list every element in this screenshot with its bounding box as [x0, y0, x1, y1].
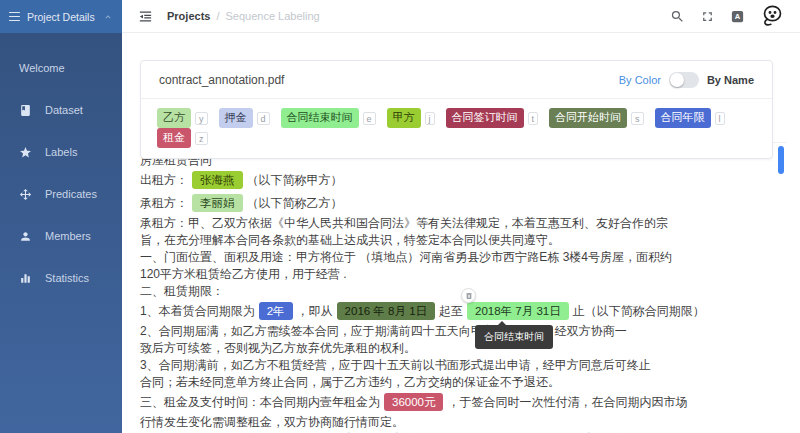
- label-chip[interactable]: 合同年限l: [655, 108, 725, 128]
- annotation-chip[interactable]: 2年: [259, 302, 293, 320]
- scrollbar-thumb[interactable]: [778, 146, 784, 174]
- label-shortcut-key: d: [257, 112, 270, 125]
- annotation-chip[interactable]: 张海燕: [192, 171, 243, 189]
- annotation-chip[interactable]: 2016 年 8月 1日: [337, 302, 435, 320]
- svg-text:A: A: [735, 12, 741, 21]
- doc-text: 承租方：: [140, 196, 188, 210]
- doc-text: 2、合同期届满，如乙方需续签本合同，应于期满前四十五天向甲方提出请求，经双方协商…: [140, 324, 627, 338]
- by-name-label[interactable]: By Name: [707, 74, 754, 86]
- doc-line: 承租方：李丽娟（以下简称乙方）: [140, 192, 780, 215]
- delete-annotation-button[interactable]: [461, 288, 476, 303]
- document-filename: contract_annotation.pdf: [159, 73, 619, 87]
- annotation-chip[interactable]: 李丽娟: [192, 194, 243, 212]
- label-shortcut-key: l: [715, 112, 725, 125]
- doc-line: 承租方：甲、乙双方依据《中华人民共和国合同法》等有关法律规定，本着互惠互利、友好…: [140, 215, 780, 232]
- card-header: contract_annotation.pdf By Color By Name: [141, 61, 772, 98]
- sidebar-item-labels[interactable]: Labels: [0, 131, 122, 173]
- chevron-up-icon[interactable]: [103, 12, 113, 22]
- doc-text: 旨，在充分理解本合同各条款的基础上达成共识，特签定本合同以便共同遵守。: [140, 233, 560, 247]
- document-card: contract_annotation.pdf By Color By Name…: [140, 60, 773, 159]
- label-shortcut-key: j: [425, 112, 435, 125]
- label-chip[interactable]: 合同开始时间s: [549, 108, 644, 128]
- topbar: Projects / Sequence Labeling A: [122, 0, 800, 33]
- breadcrumb-projects[interactable]: Projects: [167, 10, 210, 22]
- by-color-label[interactable]: By Color: [619, 74, 661, 86]
- label-chip[interactable]: 押金d: [219, 108, 270, 128]
- doc-text: ，于签合同时一次性付清，在合同期内因市场: [447, 395, 687, 409]
- label-chip[interactable]: 乙方y: [157, 108, 208, 128]
- topbar-actions: A: [670, 4, 784, 28]
- bar-chart-icon: [18, 272, 33, 285]
- move-icon: [18, 188, 33, 201]
- sidebar-item-label: Members: [45, 230, 91, 242]
- sidebar-item-dataset[interactable]: Dataset: [0, 89, 122, 131]
- annotation-tooltip: 合同结束时间: [475, 325, 553, 349]
- color-name-switch[interactable]: [669, 72, 699, 88]
- doc-text: 三、租金及支付时间：本合同期内壹年租金为: [140, 395, 380, 409]
- label-chip[interactable]: 租金z: [157, 128, 208, 148]
- sidebar-item-statistics[interactable]: Statistics: [0, 257, 122, 299]
- label-shortcut-key: t: [528, 112, 539, 125]
- breadcrumb-separator: /: [216, 10, 219, 22]
- doc-text: 承租方：甲、乙双方依据《中华人民共和国合同法》等有关法律规定，本着互惠互利、友好…: [140, 216, 668, 230]
- sidebar-item-label: Welcome: [19, 62, 65, 74]
- sidebar: Project Details WelcomeDatasetLabelsPred…: [0, 0, 122, 433]
- doc-text: 一、门面位置、面积及用途：甲方将位于 （填地点）河南省勇县沙市西宁路E栋 3楼4…: [140, 250, 672, 264]
- hamburger-icon[interactable]: [9, 12, 20, 22]
- doc-text: 起至: [439, 304, 463, 318]
- sidebar-item-label: Predicates: [45, 188, 97, 200]
- sidebar-item-label: Dataset: [45, 104, 83, 116]
- doc-text: 合同；若未经同意单方终止合同，属于乙方违约，乙方交纳的保证金不予退还。: [140, 375, 560, 389]
- label-chip-text: 合同签订时间: [446, 108, 524, 128]
- doc-line: 1、本着赁合同期限为2年，即从2016 年 8月 1日起至2018年 7月 31…: [140, 300, 780, 323]
- doc-text: （以下简称乙方）: [247, 196, 343, 210]
- sidebar-item-label: Statistics: [45, 272, 89, 284]
- menu-toggle-icon[interactable]: [138, 9, 153, 24]
- breadcrumb-current: Sequence Labeling: [225, 10, 319, 22]
- doc-text: 止（以下简称合同期限）: [573, 304, 705, 318]
- label-chip-text: 甲方: [387, 108, 421, 128]
- sidebar-item-members[interactable]: Members: [0, 215, 122, 257]
- doc-line: 三、租金及支付时间：本合同期内壹年租金为36000元，于签合同时一次性付清，在合…: [140, 391, 780, 414]
- annotation-chip[interactable]: 36000元: [384, 393, 443, 411]
- label-chip-text: 乙方: [157, 108, 191, 128]
- avatar-face-icon[interactable]: [760, 4, 784, 28]
- doc-text: （以下简称甲方）: [247, 173, 343, 187]
- sidebar-item-welcome[interactable]: Welcome: [0, 47, 122, 89]
- fullscreen-icon[interactable]: [700, 9, 715, 24]
- doc-line: 3、合同期满前，如乙方不租赁经营，应于四十五天前以书面形式提出申请，经甲方同意后…: [140, 357, 780, 374]
- label-shortcut-key: z: [195, 132, 208, 145]
- doc-text: 行情发生变化需调整租金，双方协商随行情而定。: [140, 415, 404, 429]
- label-chip-text: 合同结束时间: [281, 108, 359, 128]
- doc-line: 120平方米租赁给乙方使用，用于经营 .: [140, 266, 780, 283]
- search-icon[interactable]: [670, 9, 685, 24]
- label-chip[interactable]: 合同结束时间e: [281, 108, 376, 128]
- sidebar-header: Project Details: [0, 0, 122, 33]
- annotation-chip[interactable]: 2018年 7月 31日合同结束时间: [467, 302, 569, 320]
- sidebar-item-label: Labels: [45, 146, 77, 158]
- doc-line: 出租方：张海燕（以下简称甲方）: [140, 169, 780, 192]
- translate-icon[interactable]: A: [730, 9, 745, 24]
- doc-line: 合同；若未经同意单方终止合同，属于乙方违约，乙方交纳的保证金不予退还。: [140, 374, 780, 391]
- label-shortcut-key: y: [195, 112, 208, 125]
- breadcrumb: Projects / Sequence Labeling: [167, 10, 320, 22]
- doc-line: 2、合同期届满，如乙方需续签本合同，应于期满前四十五天向甲方提出请求，经双方协商…: [140, 323, 780, 340]
- label-shortcut-key: e: [363, 112, 376, 125]
- doc-line: 旨，在充分理解本合同各条款的基础上达成共识，特签定本合同以便共同遵守。: [140, 232, 780, 249]
- doc-text: 1、本着赁合同期限为: [140, 304, 255, 318]
- doc-line: 致后方可续签，否则视为乙方放弃优先承租的权利。: [140, 340, 780, 357]
- label-chip[interactable]: 合同签订时间t: [446, 108, 539, 128]
- book-icon: [18, 104, 33, 117]
- sidebar-item-predicates[interactable]: Predicates: [0, 173, 122, 215]
- switch-knob: [670, 73, 684, 87]
- label-chip[interactable]: 甲方j: [387, 108, 435, 128]
- doc-text: 3、合同期满前，如乙方不租赁经营，应于四十五天前以书面形式提出申请，经甲方同意后…: [140, 358, 651, 372]
- doc-line: 一、门面位置、面积及用途：甲方将位于 （填地点）河南省勇县沙市西宁路E栋 3楼4…: [140, 249, 780, 266]
- doc-text: 出租方：: [140, 173, 188, 187]
- label-palette: 乙方y押金d合同结束时间e甲方j合同签订时间t合同开始时间s合同年限l租金z: [141, 98, 772, 158]
- person-icon: [18, 230, 33, 243]
- sort-toggle: By Color By Name: [619, 72, 754, 88]
- label-chip-text: 押金: [219, 108, 253, 128]
- doc-line: 行情发生变化需调整租金，双方协商随行情而定。: [140, 414, 780, 431]
- project-title: Project Details: [27, 11, 96, 23]
